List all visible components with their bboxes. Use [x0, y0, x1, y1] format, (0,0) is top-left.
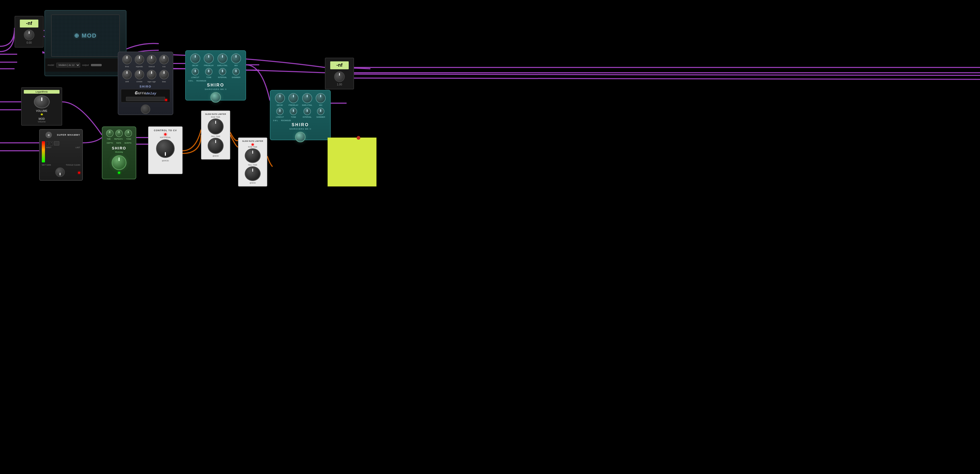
modulay-knob-tme[interactable]: [106, 130, 113, 137]
s2-l-lowcut: LOWCUT: [274, 116, 286, 118]
slew-rate-limiter-1[interactable]: SLEW RATE LIMITER RISE TIME FALL TIME @M…: [201, 111, 230, 159]
volume-module[interactable]: Logarithmic VOLUME MOD Volume: [21, 87, 62, 126]
s2-l-interval: INTERVAL: [301, 116, 313, 118]
shiro-modulay[interactable]: TME REPEATS TONE DEPTH RATE MORPH SHIRO …: [102, 126, 136, 179]
shiro2-knob-interval[interactable]: [304, 108, 311, 115]
modulay-top-labels: TME REPEATS TONE: [105, 138, 133, 140]
slew-rate-limiter-2[interactable]: SLEW RATE LIMITER RISE TIME FALL TIME @M…: [238, 138, 267, 186]
shiro1-ball[interactable]: [210, 92, 221, 103]
shiro1-knob-interval[interactable]: [219, 68, 226, 75]
mod-amp[interactable]: ⊕ MOD model Modern | 4x 12 output: [45, 10, 126, 76]
super-whammy[interactable]: ⊕ SUPER WHAMMY - + FIRST LAST WET GAIN T…: [39, 129, 83, 181]
modulay-knob-tone[interactable]: [125, 130, 132, 137]
vu-meter-left[interactable]: -nf 0.00: [14, 16, 44, 48]
gaffa-tape-visual: [126, 97, 165, 101]
whammy-led-red: [78, 172, 80, 174]
gaffa-name: GAFFAdelay: [135, 91, 156, 96]
shiro2-top-knobs: [273, 93, 328, 103]
s1-l-decay: DECAY: [189, 65, 201, 67]
modulay-knob-repeats[interactable]: [115, 130, 123, 137]
gaffa-top-knobs: [121, 55, 170, 64]
ml-depth: DEPTH: [107, 142, 113, 144]
shiro2-knob-decay[interactable]: [275, 93, 285, 103]
shiro2-knob-predelay[interactable]: [288, 93, 298, 103]
amp-model-label: model: [48, 64, 54, 67]
shiro2-knob-shimmer[interactable]: [317, 108, 325, 115]
gaffa-knob-repeats[interactable]: [135, 55, 144, 64]
whammy-minus[interactable]: -: [46, 141, 49, 145]
slew2-fall-knob[interactable]: [245, 166, 261, 181]
modulay-big-knob[interactable]: [111, 155, 126, 170]
vu-knob-left[interactable]: [24, 30, 34, 40]
modulay-led: [118, 172, 120, 174]
gaffa-knob-mix[interactable]: [159, 55, 169, 64]
volume-knob[interactable]: [34, 95, 50, 108]
slew2-rise-label: RISE TIME: [248, 146, 258, 148]
gaffa-knob-drift[interactable]: [122, 70, 132, 80]
shiro2-knob-early-tail[interactable]: [302, 93, 312, 103]
slew1-title: SLEW RATE LIMITER: [205, 113, 226, 115]
cv-knob[interactable]: [156, 139, 175, 158]
gaffa-knob-bias[interactable]: [159, 70, 169, 80]
whammy-logo: ⊕: [46, 132, 52, 138]
whammy-slider[interactable]: [54, 141, 59, 145]
label-crinkle: crinkle: [134, 80, 145, 83]
shiro1-top-knobs: [188, 53, 243, 64]
shiro1-knob-tone[interactable]: [205, 68, 212, 75]
shiro2-knob-tone[interactable]: [290, 108, 297, 115]
s2-l-mix: MIX: [315, 104, 327, 106]
slew1-fall-knob[interactable]: [208, 138, 224, 154]
sticky-note[interactable]: [328, 138, 377, 186]
s2-l-early-tail: EARLY/TAIL: [301, 104, 313, 106]
shiro1-knob-lowcut[interactable]: [192, 68, 199, 75]
shiro1-knob-shimmer[interactable]: [232, 68, 240, 75]
shiro-reverb-1[interactable]: DECAY PREDELAY EARLY/TAIL MIX LOWCUT TON…: [185, 50, 246, 100]
gaffa-display: GAFFAdelay: [121, 89, 170, 102]
gaffa-knob-time[interactable]: [122, 55, 132, 64]
slew2-title: SLEW RATE LIMITER: [242, 140, 263, 142]
shiro2-ball[interactable]: [295, 132, 305, 142]
shiro1-switches: S M L ROOMSIZE: [188, 80, 243, 82]
cv-softpedal-label: SOFTPEDAL: [160, 137, 171, 138]
shiro1-brand: SHIRO: [188, 83, 243, 87]
slew2-fall-label: FALL TIME: [248, 164, 258, 166]
shiro2-mid-labels: LOWCUT TONE INTERVAL SHIMMER: [273, 116, 328, 118]
shiro2-switches: S M L ROOMSIZE: [273, 119, 328, 121]
s1-switch-label: S M L: [188, 80, 193, 82]
whammy-knob[interactable]: [55, 167, 65, 177]
control-to-cv[interactable]: CONTROL TO CV SOFTPEDAL @MOD: [148, 126, 183, 174]
shiro2-mid-knobs: [273, 108, 328, 115]
shiro1-knob-mix[interactable]: [231, 53, 241, 64]
gaffa-footswitch[interactable]: [141, 105, 150, 114]
gaffa-knob-tape-age[interactable]: [147, 70, 156, 80]
shiro1-knob-early-tail[interactable]: [218, 53, 228, 64]
gaffa-knob-crinkle[interactable]: [135, 70, 144, 80]
whammy-plus[interactable]: +: [50, 141, 53, 145]
shiro2-brand: SHIRO: [273, 122, 328, 127]
gaffa-led: [165, 99, 167, 101]
shiro2-knob-mix[interactable]: [316, 93, 326, 103]
slew1-rise-knob[interactable]: [208, 119, 224, 134]
shiro1-knob-predelay[interactable]: [204, 53, 214, 64]
gaffa-delay[interactable]: time repeats lowcut mix drift crinkle ta…: [118, 52, 173, 115]
shiro-reverb-2[interactable]: DECAY PREDELAY EARLY/TAIL MIX LOWCUT TON…: [270, 90, 331, 140]
label-mix: mix: [159, 65, 169, 68]
whammy-first: FIRST: [46, 146, 51, 148]
vol-mode[interactable]: Logarithmic: [24, 90, 59, 94]
vu-display-right: -nf: [330, 61, 349, 69]
vu-knob-right[interactable]: [334, 72, 345, 82]
volume-label: VOLUME: [36, 110, 47, 113]
amp-model-select[interactable]: Modern | 4x 12: [56, 63, 80, 67]
shiro1-model: SHIROVERS MK II: [188, 88, 243, 91]
vu-label-right: 1.00: [337, 83, 342, 86]
shiro1-knob-decay[interactable]: [190, 53, 200, 64]
vu-meter-right[interactable]: -nf 1.00: [325, 58, 354, 89]
gaffa-bottom-labels: drift crinkle tape age bias: [121, 80, 170, 83]
vu-label-left: 0.00: [27, 41, 32, 44]
label-lowcut: lowcut: [146, 65, 157, 68]
s1-l-early-tail: EARLY/TAIL: [216, 65, 229, 67]
gaffa-knob-lowcut[interactable]: [147, 55, 156, 64]
shiro2-knob-lowcut[interactable]: [276, 108, 284, 115]
slew2-rise-knob[interactable]: [245, 148, 261, 163]
shiro2-top-labels: DECAY PREDELAY EARLY/TAIL MIX: [273, 104, 328, 106]
